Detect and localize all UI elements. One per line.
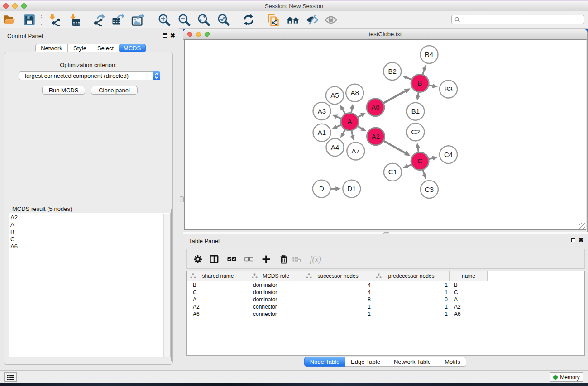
graph-node-label-A1: A1 bbox=[318, 129, 326, 136]
table-cell: A bbox=[454, 296, 458, 303]
mcds-result-item[interactable]: A2 bbox=[9, 214, 170, 221]
table-panel-float-icon[interactable] bbox=[571, 238, 575, 242]
memory-status-icon bbox=[553, 375, 558, 380]
search-box[interactable] bbox=[451, 15, 584, 24]
table-tab-node-table[interactable]: Node Table bbox=[304, 357, 345, 367]
table-cell: A bbox=[193, 296, 196, 303]
plus-button[interactable] bbox=[259, 253, 273, 266]
table-row[interactable]: Adominator80A bbox=[187, 296, 584, 303]
fx-button[interactable]: f(x) bbox=[306, 253, 325, 266]
unchecked-boxes-button[interactable] bbox=[242, 253, 256, 266]
delete-table-button[interactable] bbox=[290, 253, 304, 266]
graph-node-label-A: A bbox=[348, 118, 352, 125]
export-image-icon bbox=[131, 14, 144, 26]
mcds-result-item[interactable]: C bbox=[9, 236, 170, 243]
zoom-selected-button[interactable] bbox=[217, 13, 230, 27]
mcds-result-list[interactable]: A2ABCA6 bbox=[9, 213, 171, 357]
zoom-out-button[interactable] bbox=[177, 13, 191, 27]
table-tab-motifs[interactable]: Motifs bbox=[439, 357, 466, 367]
graph-node-label-B3: B3 bbox=[444, 85, 452, 93]
copy-network-button[interactable] bbox=[267, 13, 280, 27]
mcds-result-item[interactable]: B bbox=[9, 229, 170, 236]
export-table-icon bbox=[112, 14, 124, 26]
save-button[interactable] bbox=[23, 13, 36, 27]
table-cell: 4 bbox=[303, 282, 371, 288]
network-graph[interactable]: AA6A2BCA1A3A4A5A7A8B1B2B3B4C1C2C3C4DD1 bbox=[185, 40, 586, 229]
task-history-button[interactable] bbox=[4, 372, 17, 382]
table-tab-edge-table[interactable]: Edge Table bbox=[345, 357, 386, 367]
trash-button[interactable] bbox=[277, 253, 291, 266]
column-header-shared-name[interactable]: shared name bbox=[187, 271, 249, 281]
resize-grip-icon[interactable] bbox=[579, 223, 585, 229]
table-cell: dominator bbox=[253, 282, 277, 288]
search-input[interactable] bbox=[460, 16, 584, 23]
column-header-successor-nodes[interactable]: successor nodes bbox=[303, 271, 373, 281]
export-image-button[interactable] bbox=[131, 13, 144, 27]
checked-boxes-button[interactable] bbox=[225, 253, 239, 266]
fx-icon: f(x) bbox=[310, 255, 321, 264]
graph-node-label-A4: A4 bbox=[331, 143, 339, 151]
mcds-result-item[interactable]: A bbox=[9, 221, 170, 229]
import-network-button[interactable] bbox=[48, 13, 61, 27]
zoom-in-icon bbox=[158, 14, 171, 26]
optimization-criterion-select[interactable]: largest connected component (directed) bbox=[19, 71, 160, 80]
graph-edge-arrowhead bbox=[332, 115, 338, 119]
export-table-button[interactable] bbox=[111, 13, 125, 27]
table-cell: 1 bbox=[373, 304, 448, 310]
control-panel-tab-network[interactable]: Network bbox=[35, 44, 68, 52]
graph-node-label-B4: B4 bbox=[425, 51, 433, 58]
desktop-background-bottom bbox=[0, 383, 588, 386]
control-panel-tab-style[interactable]: Style bbox=[68, 44, 92, 52]
control-panel-tab-select[interactable]: Select bbox=[92, 44, 119, 52]
column-header-MCDS-role[interactable]: MCDS role bbox=[249, 271, 303, 281]
table-row[interactable]: A6connector11A6 bbox=[187, 310, 584, 318]
save-icon bbox=[23, 14, 36, 26]
zoom-in-button[interactable] bbox=[158, 13, 171, 27]
table-cell: B bbox=[454, 282, 458, 288]
table-panel-close-icon[interactable]: ✖ bbox=[578, 238, 583, 243]
zoom-fit-button[interactable] bbox=[197, 13, 210, 27]
refresh-button[interactable] bbox=[242, 13, 255, 27]
graph-edge-arrowhead bbox=[416, 95, 420, 100]
table-cell: A2 bbox=[193, 304, 200, 310]
hide-eye-button[interactable] bbox=[306, 13, 319, 27]
column-header-name[interactable]: name bbox=[450, 271, 488, 281]
control-panel-close-icon[interactable]: ✖ bbox=[170, 33, 175, 38]
network-frame-titlebar[interactable]: testGlobe.txt bbox=[183, 29, 587, 40]
memory-button[interactable]: Memory bbox=[550, 372, 583, 382]
export-network-button[interactable] bbox=[93, 13, 106, 27]
table-row[interactable]: A2connector11A2 bbox=[187, 303, 584, 310]
homes-button[interactable] bbox=[286, 13, 300, 27]
mcds-result-scrollbar[interactable] bbox=[163, 214, 170, 357]
table-cell: 1 bbox=[303, 311, 371, 317]
node-table[interactable]: shared nameMCDS rolesuccessor nodesprede… bbox=[186, 271, 585, 356]
table-cell: 1 bbox=[373, 282, 448, 288]
graph-edge[interactable] bbox=[382, 91, 406, 104]
control-panel-float-icon[interactable] bbox=[163, 33, 167, 38]
network-canvas[interactable]: AA6A2BCA1A3A4A5A7A8B1B2B3B4C1C2C3C4DD1 bbox=[184, 39, 586, 230]
table-row[interactable]: Bdominator41B bbox=[187, 281, 584, 289]
column-header-predecessor-nodes[interactable]: predecessor nodes bbox=[373, 271, 450, 281]
graph-edge[interactable] bbox=[382, 140, 406, 153]
table-toolbar: f(x) bbox=[186, 249, 585, 269]
delete-table-icon bbox=[292, 255, 301, 264]
table-row[interactable]: Cdominator41C bbox=[187, 289, 584, 296]
close-panel-button[interactable]: Close panel bbox=[91, 86, 138, 95]
graph-node-label-A7: A7 bbox=[352, 147, 360, 155]
main-window-titlebar: Session: New Session bbox=[0, 1, 588, 11]
optimization-criterion-value: largest connected component (directed) bbox=[19, 72, 153, 79]
toolbar-separator bbox=[86, 14, 86, 26]
columns-button[interactable] bbox=[207, 253, 221, 266]
table-tab-network-table[interactable]: Network Table bbox=[386, 357, 439, 367]
mcds-result-item[interactable]: A6 bbox=[9, 243, 170, 250]
graph-node-label-C2: C2 bbox=[411, 128, 420, 136]
control-panel-tab-mcds[interactable]: MCDS bbox=[119, 44, 146, 52]
import-table-button[interactable] bbox=[67, 13, 81, 27]
open-folder-button[interactable] bbox=[3, 13, 16, 27]
run-mcds-button[interactable]: Run MCDS bbox=[42, 86, 85, 95]
gear-button[interactable] bbox=[191, 253, 205, 266]
show-eye-button[interactable] bbox=[324, 13, 338, 27]
table-panel: Table Panel ✖ f(x) shared nameMCDS roles… bbox=[183, 234, 588, 370]
graph-node-label-A6: A6 bbox=[371, 103, 379, 111]
vertical-splitter-handle[interactable] bbox=[180, 196, 184, 202]
